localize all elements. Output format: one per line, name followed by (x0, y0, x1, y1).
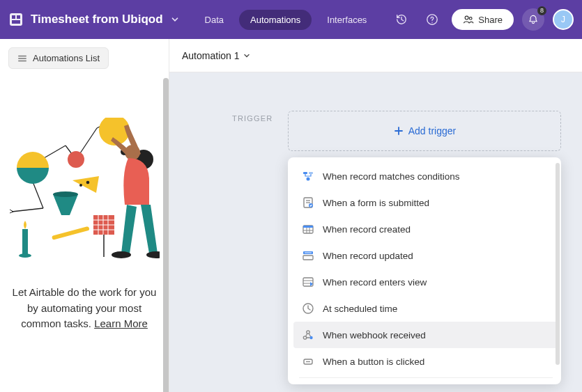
svg-point-37 (307, 178, 310, 181)
svg-rect-36 (309, 172, 313, 174)
trigger-option-label: When webhook received (323, 330, 426, 340)
scheduled-time-icon (302, 302, 314, 315)
nav-automations[interactable]: Automations (239, 10, 312, 30)
trigger-option-label: When record enters view (323, 277, 427, 288)
svg-point-28 (19, 253, 31, 258)
people-icon (463, 14, 474, 25)
trigger-section-label: TRIGGER (232, 114, 273, 123)
svg-point-34 (146, 251, 160, 258)
app-title[interactable]: Timesheet from Ubiqod (31, 13, 163, 26)
sidebar: Automations List (0, 39, 169, 392)
sidebar-promo: Let Airtable do the work for you by auto… (8, 285, 160, 332)
add-trigger-label: Add trigger (408, 125, 456, 136)
trigger-option-webhook[interactable]: When webhook received (293, 322, 558, 348)
trigger-option-form-submitted[interactable]: When a form is submitted (293, 189, 558, 216)
svg-line-12 (12, 208, 43, 212)
trigger-option-label: When a form is submitted (323, 198, 429, 208)
help-icon[interactable] (421, 8, 443, 31)
record-created-icon (302, 223, 314, 235)
topbar-left: Timesheet from Ubiqod (8, 12, 180, 27)
share-label: Share (478, 15, 503, 25)
notifications-button[interactable]: 8 (522, 8, 544, 31)
form-submitted-icon (302, 196, 314, 209)
button-clicked-icon (302, 355, 314, 368)
automation-header[interactable]: Automation 1 (169, 39, 582, 72)
svg-point-15 (86, 181, 89, 185)
automations-list-label: Automations List (33, 53, 100, 63)
nav-data[interactable]: Data (194, 10, 235, 30)
trigger-option-label: When record matches conditions (323, 171, 460, 182)
trigger-option-record-created[interactable]: When record created (293, 216, 558, 242)
svg-rect-48 (303, 256, 313, 260)
app-logo-icon (8, 12, 24, 27)
svg-point-16 (79, 184, 82, 187)
svg-rect-26 (52, 226, 90, 240)
automation-canvas: TRIGGER Add trigger When record matches … (169, 72, 582, 392)
share-button[interactable]: Share (452, 9, 514, 30)
sidebar-illustration (10, 118, 160, 264)
match-conditions-icon (302, 170, 314, 182)
history-icon[interactable] (390, 8, 413, 31)
webhook-icon (302, 329, 314, 341)
notifications-badge: 8 (537, 6, 546, 15)
svg-rect-35 (303, 172, 307, 174)
record-updated-icon (302, 249, 314, 262)
svg-rect-0 (10, 13, 22, 26)
avatar[interactable]: J (553, 9, 574, 30)
automations-list-button[interactable]: Automations List (8, 47, 109, 69)
dropdown-divider (299, 377, 553, 378)
trigger-option-label: When record created (323, 224, 411, 235)
trigger-option-label: When a button is clicked (323, 356, 424, 367)
dropdown-scrollbar[interactable] (556, 163, 560, 365)
svg-rect-27 (22, 229, 28, 256)
sidebar-scrollbar[interactable] (163, 78, 169, 392)
trigger-option-enters-view[interactable]: When record enters view (293, 269, 558, 295)
trigger-dropdown: When record matches conditions When a fo… (288, 157, 561, 384)
trigger-option-match-conditions[interactable]: When record matches conditions (293, 163, 558, 189)
plus-icon (393, 125, 404, 136)
topbar: Timesheet from Ubiqod Data Automations I… (0, 0, 582, 39)
chevron-down-icon (243, 52, 251, 60)
svg-rect-43 (303, 226, 313, 228)
topbar-right: Share 8 J (390, 8, 574, 31)
svg-point-17 (53, 191, 78, 197)
menu-icon (17, 54, 27, 63)
trigger-option-scheduled-time[interactable]: At scheduled time (293, 295, 558, 322)
trigger-option-label: At scheduled time (323, 304, 397, 314)
svg-point-56 (309, 336, 312, 339)
trigger-option-button-clicked[interactable]: When a button is clicked (293, 348, 558, 375)
topbar-nav: Data Automations Interfaces (194, 10, 378, 30)
svg-point-5 (465, 16, 468, 19)
svg-rect-1 (12, 15, 15, 19)
main: Automation 1 TRIGGER Add trigger When re… (169, 39, 582, 392)
svg-line-30 (10, 210, 13, 212)
trigger-option-record-updated[interactable]: When record updated (293, 242, 558, 269)
svg-rect-2 (17, 15, 20, 19)
trigger-option-label: When record updated (323, 251, 413, 261)
nav-interfaces[interactable]: Interfaces (316, 10, 378, 30)
automation-name: Automation 1 (182, 50, 240, 61)
svg-line-29 (10, 212, 13, 213)
svg-rect-3 (12, 20, 20, 24)
bell-icon (528, 14, 539, 25)
svg-point-55 (303, 336, 306, 339)
add-trigger-button[interactable]: Add trigger (288, 111, 561, 151)
learn-more-link[interactable]: Learn More (94, 317, 148, 329)
svg-point-6 (470, 17, 473, 20)
chevron-down-icon[interactable] (170, 15, 180, 24)
svg-point-13 (68, 151, 84, 168)
svg-point-33 (112, 251, 131, 258)
svg-point-54 (307, 331, 309, 334)
record-enters-view-icon (302, 276, 314, 288)
